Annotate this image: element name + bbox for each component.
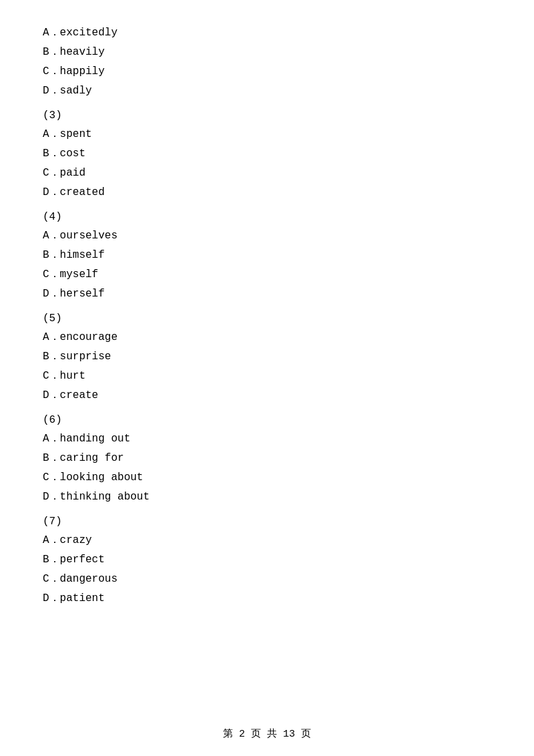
question-number-3: (3): [40, 110, 494, 122]
option-text: looking about: [60, 471, 144, 484]
option-text: crazy: [60, 534, 92, 546]
question-block-2: A．excitedly B．heavily C．happily D．sadly: [40, 25, 494, 98]
option-label: C．: [43, 65, 60, 77]
option-label: D．: [43, 85, 60, 97]
option-label: D．: [43, 288, 60, 300]
option-text: hurt: [60, 370, 85, 382]
option-D[interactable]: D．patient: [40, 591, 494, 605]
option-C[interactable]: C．hurt: [40, 369, 494, 383]
option-B[interactable]: B．himself: [40, 248, 494, 262]
question-block-5: (5) A．encourage B．surprise C．hurt D．crea…: [40, 313, 494, 402]
main-content: A．excitedly B．heavily C．happily D．sadly …: [0, 0, 534, 650]
option-B[interactable]: B．heavily: [40, 45, 494, 59]
option-label: B．: [43, 452, 60, 464]
question-block-7: (7) A．crazy B．perfect C．dangerous D．pati…: [40, 516, 494, 605]
question-block-3: (3) A．spent B．cost C．paid D．created: [40, 110, 494, 199]
option-text: handing out: [60, 433, 131, 445]
option-label: D．: [43, 592, 60, 604]
option-C[interactable]: C．myself: [40, 267, 494, 281]
option-C[interactable]: C．dangerous: [40, 572, 494, 586]
option-label: A．: [43, 230, 60, 242]
option-text: myself: [60, 268, 99, 280]
option-D[interactable]: D．create: [40, 388, 494, 402]
option-label: B．: [43, 351, 60, 363]
option-text: sadly: [60, 85, 92, 97]
option-text: caring for: [60, 452, 124, 464]
option-A[interactable]: A．handing out: [40, 431, 494, 445]
option-D[interactable]: D．thinking about: [40, 490, 494, 504]
option-text: happily: [60, 65, 105, 77]
option-label: A．: [43, 27, 60, 39]
option-C[interactable]: C．happily: [40, 64, 494, 78]
option-text: excitedly: [60, 27, 117, 39]
option-label: B．: [43, 249, 60, 261]
option-label: C．: [43, 370, 60, 382]
option-C[interactable]: C．paid: [40, 166, 494, 180]
option-text: spent: [60, 128, 92, 140]
option-text: herself: [60, 288, 105, 300]
option-label: C．: [43, 167, 60, 179]
option-text: perfect: [60, 554, 105, 566]
option-text: paid: [60, 167, 85, 179]
option-text: patient: [60, 592, 105, 604]
page-footer: 第 2 页 共 13 页: [0, 727, 534, 740]
option-text: heavily: [60, 46, 105, 58]
option-text: create: [60, 389, 99, 401]
option-label: B．: [43, 554, 60, 566]
option-C[interactable]: C．looking about: [40, 470, 494, 484]
option-text: dangerous: [60, 573, 117, 585]
option-B[interactable]: B．surprise: [40, 349, 494, 363]
option-label: A．: [43, 128, 60, 140]
question-number-4: (4): [40, 211, 494, 223]
option-B[interactable]: B．cost: [40, 146, 494, 160]
question-number-6: (6): [40, 414, 494, 426]
option-D[interactable]: D．created: [40, 185, 494, 199]
option-A[interactable]: A．crazy: [40, 533, 494, 547]
option-D[interactable]: D．sadly: [40, 83, 494, 98]
option-text: thinking about: [60, 491, 150, 503]
option-text: created: [60, 186, 105, 198]
question-block-4: (4) A．ourselves B．himself C．myself D．her…: [40, 211, 494, 301]
option-text: ourselves: [60, 230, 117, 242]
option-A[interactable]: A．excitedly: [40, 25, 494, 39]
option-label: D．: [43, 491, 60, 503]
option-label: D．: [43, 389, 60, 401]
question-number-7: (7): [40, 516, 494, 528]
option-label: C．: [43, 573, 60, 585]
question-number-5: (5): [40, 313, 494, 325]
option-label: C．: [43, 471, 60, 484]
option-label: A．: [43, 433, 60, 445]
question-block-6: (6) A．handing out B．caring for C．looking…: [40, 414, 494, 504]
option-label: A．: [43, 534, 60, 546]
option-label: B．: [43, 46, 60, 58]
option-text: himself: [60, 249, 105, 261]
option-label: D．: [43, 186, 60, 198]
option-D[interactable]: D．herself: [40, 287, 494, 301]
option-label: C．: [43, 268, 60, 280]
option-text: surprise: [60, 351, 111, 363]
option-text: cost: [60, 148, 85, 160]
option-B[interactable]: B．perfect: [40, 552, 494, 566]
page-number-text: 第 2 页 共 13 页: [223, 729, 311, 740]
option-A[interactable]: A．encourage: [40, 330, 494, 344]
option-label: A．: [43, 331, 60, 343]
option-B[interactable]: B．caring for: [40, 451, 494, 465]
option-text: encourage: [60, 331, 117, 343]
option-label: B．: [43, 148, 60, 160]
option-A[interactable]: A．ourselves: [40, 228, 494, 242]
option-A[interactable]: A．spent: [40, 127, 494, 141]
